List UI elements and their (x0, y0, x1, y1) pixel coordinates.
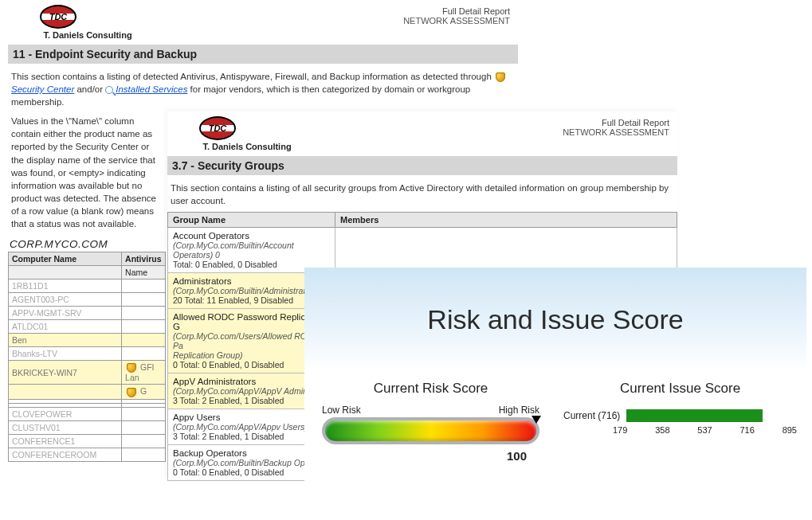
magnifier-icon (105, 86, 113, 94)
section-title-bar: 11 - Endpoint Security and Backup (8, 45, 518, 64)
issue-score-title: Current Issue Score (563, 381, 797, 397)
table-row: 1RB11D1 (9, 280, 166, 293)
cell-members (335, 228, 677, 273)
gauge-low-label: Low Risk (322, 405, 361, 416)
cell-computer-name: APPV-MGMT-SRV (9, 307, 122, 320)
issue-score-column: Current Issue Score Current (716) 179358… (563, 381, 797, 463)
computers-table: Computer Name Antivirus Name 1RB11D1AGEN… (8, 252, 166, 461)
cell-antivirus-name (122, 407, 166, 420)
antivirus-shield-icon (127, 363, 136, 373)
table-header-row: Computer Name Antivirus (9, 252, 166, 266)
table-row: AGENT003-PC (9, 293, 166, 307)
cell-computer-name: CONFERENCE1 (9, 434, 122, 448)
intro1-part-a: This section contains a listing of detec… (11, 72, 494, 81)
cell-antivirus-name (122, 434, 166, 448)
risk-score-title: Current Risk Score (314, 381, 547, 397)
logo-icon: TDC (40, 5, 76, 29)
cell-antivirus-name (122, 420, 166, 434)
risk-score-column: Current Risk Score Low Risk High Risk 10… (314, 381, 547, 463)
cell-antivirus-name: GFI Lan (122, 361, 166, 385)
axis-tick: 179 (613, 425, 627, 435)
th-members: Members (335, 213, 677, 228)
risk-gauge-bar (322, 417, 539, 444)
cell-antivirus-name (122, 320, 166, 334)
table-row: Bhanks-LTV (9, 347, 166, 361)
th-computer-name: Computer Name (9, 252, 122, 266)
cell-antivirus-name: G (122, 385, 166, 399)
panel-title: Risk and Issue Score (427, 304, 683, 335)
intro1-part-b: and/or (76, 84, 105, 94)
cell-antivirus-name (122, 334, 166, 347)
doc-meta-line1: Full Detail Report (563, 118, 669, 127)
th-name: Name (122, 266, 166, 280)
cell-computer-name (9, 385, 122, 399)
gauge-high-label: High Risk (499, 405, 539, 416)
antivirus-shield-icon (127, 388, 136, 397)
axis-tick: 895 (783, 425, 797, 435)
axis-tick: 358 (655, 425, 669, 435)
cell-computer-name: Bhanks-LTV (9, 347, 122, 361)
axis-tick: 537 (697, 425, 712, 435)
table-row: Ben (9, 334, 166, 347)
cell-group-name: Account Operators(Corp.MyCo.com/Builtin/… (168, 228, 335, 273)
risk-score-value: 100 (322, 444, 539, 463)
cell-computer-name: ATLDC01 (9, 320, 122, 334)
cell-computer-name: 1RB11D1 (9, 280, 122, 293)
doc-meta-block: Full Detail Report NETWORK ASSESSMENT (563, 118, 669, 137)
issue-bar-track (626, 409, 797, 422)
section-intro-1: This section contains a listing of detec… (8, 64, 518, 108)
table-row: G (9, 385, 166, 399)
table-row: CONFERENCE1 (9, 434, 166, 448)
doc-meta-block: Full Detail Report NETWORK ASSESSMENT (403, 6, 510, 25)
table-row: CLOVEPOWER (9, 407, 166, 420)
section-title-bar: 3.7 - Security Groups (167, 156, 677, 175)
group-path: (Corp.MyCo.com/Builtin/Account Operators… (173, 240, 330, 260)
issue-bar-row: Current (716) (563, 409, 797, 422)
table-subheader-row: Name (9, 266, 166, 280)
risk-issue-score-panel: Risk and Issue Score Current Risk Score … (304, 268, 806, 514)
cell-antivirus-name (122, 280, 166, 293)
brand-company-name: T. Daniels Consulting (199, 142, 295, 151)
panel-banner: Risk and Issue Score (304, 268, 806, 371)
gauge-needle-icon (532, 416, 541, 424)
cell-computer-name: CONFERENCEROOM (9, 448, 122, 461)
group-name: Account Operators (173, 231, 330, 240)
doc-meta-line2: NETWORK ASSESSMENT (563, 127, 669, 137)
cell-antivirus-name (122, 448, 166, 461)
doc-meta-line1: Full Detail Report (403, 6, 510, 16)
axis-tick: 716 (739, 425, 754, 435)
security-center-link[interactable]: Security Center (11, 84, 74, 94)
cell-computer-name: CLUSTHV01 (9, 420, 122, 434)
cell-computer-name: AGENT003-PC (9, 293, 122, 307)
table-row: Account Operators(Corp.MyCo.com/Builtin/… (168, 228, 677, 273)
cell-antivirus-name (122, 347, 166, 361)
th-antivirus: Antivirus (122, 252, 166, 266)
cell-computer-name: Ben (9, 334, 122, 347)
doc-meta-line2: NETWORK ASSESSMENT (403, 16, 510, 25)
table-header-row: Group Name Members (168, 213, 677, 228)
cell-computer-name: BKRICKEY-WIN7 (9, 361, 122, 385)
table-row: CONFERENCEROOM (9, 448, 166, 461)
risk-gauge: Low Risk High Risk 100 (314, 405, 547, 463)
table-row: BKRICKEY-WIN7 GFI Lan (9, 361, 166, 385)
th-group-name: Group Name (168, 213, 335, 228)
installed-services-link[interactable]: Installed Services (116, 84, 187, 94)
issue-bar-label: Current (716) (563, 410, 620, 421)
logo-icon: TDC (199, 116, 236, 140)
th-blank (9, 266, 122, 280)
security-center-shield-icon (496, 72, 505, 82)
cell-computer-name: CLOVEPOWER (9, 407, 122, 420)
table-row: CLUSTHV01 (9, 420, 166, 434)
cell-antivirus-name (122, 307, 166, 320)
section-intro: This section contains a listing of all s… (167, 175, 677, 207)
issue-bar-fill (626, 409, 763, 422)
section-intro-2: Values in the \"Name\" column contain ei… (8, 108, 159, 230)
brand-company-name: T. Daniels Consulting (40, 30, 135, 40)
table-row: APPV-MGMT-SRV (9, 307, 166, 320)
table-row: ATLDC01 (9, 320, 166, 334)
cell-antivirus-name (122, 293, 166, 307)
issue-axis: 179358537716895 (563, 422, 797, 435)
